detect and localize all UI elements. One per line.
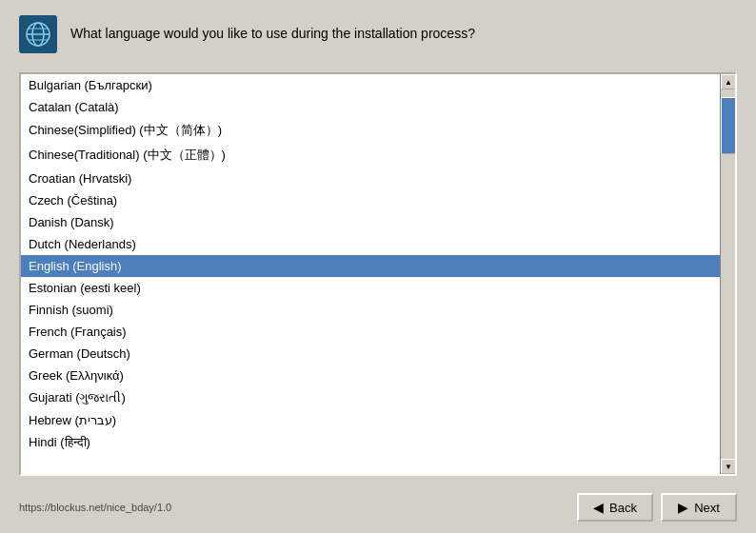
scrollbar-track: ▲ ▼ bbox=[720, 74, 735, 474]
scrollbar-down-btn[interactable]: ▼ bbox=[721, 459, 736, 474]
language-list-item[interactable]: German (Deutsch) bbox=[21, 343, 720, 365]
back-button[interactable]: ◀ Back bbox=[577, 493, 653, 522]
header-question: What language would you like to use duri… bbox=[70, 25, 475, 44]
back-label: Back bbox=[609, 501, 637, 515]
language-list-item[interactable]: Hindi (हिन्दी) bbox=[21, 431, 720, 454]
next-label: Next bbox=[694, 501, 720, 515]
language-list-container: Bulgarian (Български)Catalan (Català)Chi… bbox=[19, 72, 737, 476]
language-list-item[interactable]: Bulgarian (Български) bbox=[21, 74, 720, 96]
language-list-item[interactable]: Danish (Dansk) bbox=[21, 211, 720, 233]
footer-url: https://blockus.net/nice_bday/1.0 bbox=[19, 502, 569, 513]
scrollbar-thumb-area bbox=[721, 89, 735, 459]
language-list-item[interactable]: Chinese(Simplified) (中文（简体）) bbox=[21, 118, 720, 143]
language-list-item[interactable]: Greek (Ελληνικά) bbox=[21, 365, 720, 386]
language-list-scroll[interactable]: Bulgarian (Български)Catalan (Català)Chi… bbox=[21, 74, 720, 474]
language-list-item[interactable]: Finnish (suomi) bbox=[21, 299, 720, 321]
language-list-item[interactable]: French (Français) bbox=[21, 321, 720, 343]
header: What language would you like to use duri… bbox=[0, 0, 756, 69]
main-content: Bulgarian (Български)Catalan (Català)Chi… bbox=[0, 69, 756, 485]
next-icon: ▶ bbox=[678, 500, 688, 515]
scrollbar-thumb[interactable] bbox=[721, 97, 736, 154]
header-icon bbox=[19, 15, 57, 53]
next-button[interactable]: ▶ Next bbox=[661, 493, 737, 522]
language-list-item[interactable]: Gujarati (ગુજરાતી) bbox=[21, 386, 720, 409]
language-list-item[interactable]: Catalan (Català) bbox=[21, 96, 720, 118]
language-list-item[interactable]: Hebrew (עברית) bbox=[21, 409, 720, 431]
language-list-item[interactable]: Croatian (Hrvatski) bbox=[21, 168, 720, 189]
language-list-item[interactable]: English (English) bbox=[21, 255, 720, 277]
scrollbar-up-btn[interactable]: ▲ bbox=[721, 74, 736, 89]
back-icon: ◀ bbox=[593, 500, 604, 515]
footer: https://blockus.net/nice_bday/1.0 ◀ Back… bbox=[0, 485, 756, 533]
language-list-item[interactable]: Chinese(Traditional) (中文（正體）) bbox=[21, 143, 720, 168]
language-list-item[interactable]: Czech (Čeština) bbox=[21, 189, 720, 211]
language-list-item[interactable]: Dutch (Nederlands) bbox=[21, 233, 720, 255]
language-list-item[interactable]: Estonian (eesti keel) bbox=[21, 277, 720, 299]
